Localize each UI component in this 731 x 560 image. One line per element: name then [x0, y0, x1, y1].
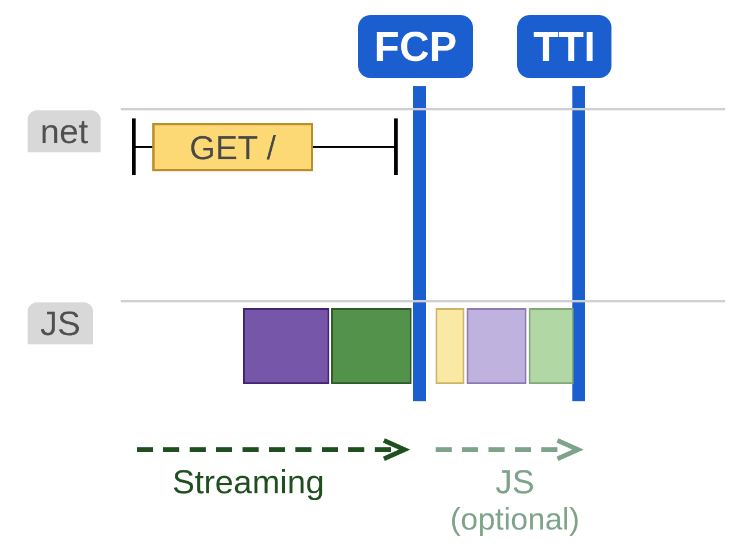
timeline-diagram: FCP TTI net GET / JS Streaming: [0, 0, 731, 560]
streaming-label: Streaming: [172, 462, 324, 501]
net-request-label: GET /: [190, 128, 276, 167]
net-end-cap: [394, 118, 398, 175]
fcp-marker-line: [413, 86, 426, 401]
tti-marker-line: [572, 86, 585, 401]
js-track-label: JS: [28, 302, 93, 344]
net-track-label: net: [28, 110, 101, 152]
js-block-lt-green: [529, 308, 574, 384]
js-block-lt-yellow: [436, 308, 464, 384]
js-block-purple: [243, 308, 329, 384]
js-block-lt-purple: [467, 308, 526, 384]
tti-marker-badge: TTI: [517, 15, 611, 78]
js-track-divider: [121, 300, 725, 302]
js-optional-arrow: [436, 438, 585, 461]
js-optional-label: JS (optional): [440, 462, 590, 536]
js-block-green: [331, 308, 411, 384]
streaming-arrow: [137, 438, 413, 461]
js-optional-sub: (optional): [440, 501, 590, 536]
tti-label: TTI: [533, 24, 595, 70]
fcp-label: FCP: [374, 24, 457, 70]
net-request-box: GET /: [152, 123, 313, 171]
net-track-divider: [121, 108, 725, 110]
fcp-marker-badge: FCP: [358, 15, 473, 78]
